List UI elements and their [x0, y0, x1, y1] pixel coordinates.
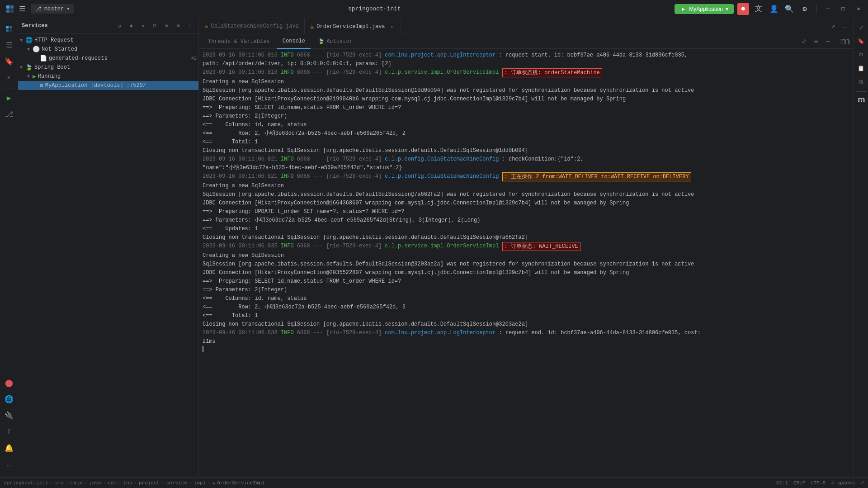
bc-service[interactable]: service: [166, 480, 187, 486]
editor-tabs: ☕ ColaStatemachineConfig.java ☕ OrderSer…: [199, 18, 854, 34]
myapplication-label: MyApplication [devtools] :7529/: [45, 82, 197, 89]
run-button[interactable]: ▶ MyApplication ▾: [675, 4, 734, 14]
settings-icon[interactable]: ⚙: [799, 3, 811, 15]
right-copy-icon[interactable]: 📋: [855, 62, 867, 74]
tree-item-myapplication[interactable]: ⚙ MyApplication [devtools] :7529/: [18, 81, 198, 90]
app-logo: [4, 3, 16, 15]
minimize-button[interactable]: ─: [822, 3, 834, 15]
console-area: Threads & Variables Console 🍃 Actuator ⤢…: [199, 34, 854, 477]
run-tool-button[interactable]: ▶: [2, 91, 16, 105]
right-delete-icon[interactable]: 🗑: [855, 76, 867, 88]
log-line: Creating a new SqlSession: [203, 78, 850, 86]
log-line: SqlSession [org.apache.ibatis.session.de…: [203, 86, 850, 95]
db-tool-button[interactable]: 🌐: [2, 392, 16, 407]
tree-item-http-request[interactable]: ▼ 🌐 HTTP Request: [18, 36, 198, 45]
expand-status-icon[interactable]: ⤢: [860, 480, 864, 486]
terminal-tool-button[interactable]: ⬤: [2, 376, 16, 390]
project-tool-button[interactable]: [2, 22, 16, 36]
notification-tool-button[interactable]: 🔔: [2, 441, 16, 455]
right-toolbar: ⤢ 🔖 ⊟ 📋 🗑 𝕞: [854, 18, 868, 477]
recording-icon[interactable]: ⏺: [737, 3, 749, 15]
bc-main[interactable]: main: [71, 480, 82, 486]
bc-com[interactable]: com: [108, 480, 117, 486]
bc-java[interactable]: java: [89, 480, 101, 486]
bc-filename[interactable]: OrderServiceImpl: [217, 480, 265, 486]
more-tabs-icon[interactable]: …: [840, 21, 850, 31]
log-line: 2023-09-16 00:11:06.816 INFO 6068 --- [n…: [203, 68, 850, 77]
console-log[interactable]: 2023-09-16 00:11:06.816 INFO 6068 --- [n…: [199, 49, 854, 477]
close-tab-button[interactable]: ✕: [389, 24, 395, 30]
expand-tool-button[interactable]: T: [2, 425, 16, 439]
bc-root[interactable]: springboot-init: [4, 480, 48, 486]
cursor-position[interactable]: 32:1: [776, 480, 788, 486]
translate-icon[interactable]: 文: [753, 3, 764, 15]
collapse-services-button[interactable]: ▲: [126, 21, 136, 31]
branch-label: master: [44, 6, 64, 12]
log-line: ==> Parameters: 2(Integer): [203, 112, 850, 120]
notifications-icon[interactable]: 𝕞: [840, 37, 850, 47]
log-line: "name":"小明3e63dc72a-b525-4bec-aebf-e569a…: [203, 164, 850, 172]
arrow-icon: ▼: [20, 65, 25, 70]
not-started-label: Not Started: [42, 46, 197, 52]
branch-selector[interactable]: ⎇ master ▾: [31, 4, 74, 14]
bc-src[interactable]: src: [55, 480, 64, 486]
structure-tool-button[interactable]: ⚡: [2, 71, 16, 85]
tab-console[interactable]: Console: [277, 34, 311, 49]
bookmark-tool-button[interactable]: 🔖: [2, 54, 16, 69]
right-bookmark-icon[interactable]: 🔖: [855, 35, 867, 47]
tree-item-generated-requests[interactable]: 📄 generated-requests #2: [18, 54, 198, 63]
log-line: 2023-09-16 00:11:06.838 INFO 6068 --- [n…: [203, 329, 850, 337]
statusbar: springboot-init › src › main › java › co…: [0, 477, 868, 488]
close-console-icon[interactable]: ─: [823, 37, 833, 47]
bc-impl[interactable]: impl: [194, 480, 206, 486]
tree-item-running[interactable]: ▼ ▶ Running: [18, 72, 198, 81]
line-ending[interactable]: CRLF: [793, 480, 805, 486]
svg-rect-2: [6, 9, 9, 13]
maximize-button[interactable]: □: [837, 3, 849, 15]
close-services-button[interactable]: ✕: [138, 21, 148, 31]
close-button[interactable]: ✕: [853, 3, 864, 15]
tab-cola-statemachine[interactable]: ☕ ColaStatemachineConfig.java: [199, 18, 305, 34]
tree-item-spring-boot[interactable]: ▼ 🍃 Spring Boot: [18, 63, 198, 72]
account-icon[interactable]: 👤: [768, 3, 780, 15]
search-icon[interactable]: 🔍: [783, 3, 795, 15]
bc-project[interactable]: project: [139, 480, 160, 486]
more-tool-button[interactable]: …: [2, 457, 16, 472]
recent-files-icon[interactable]: ↗: [828, 21, 838, 31]
group-services-button[interactable]: ⊕: [161, 21, 171, 31]
log-line: <== Total: 1: [203, 312, 850, 320]
tab-actuator[interactable]: 🍃 Actuator: [312, 34, 358, 49]
encoding[interactable]: UTF-8: [811, 480, 826, 486]
console-cursor-line: [203, 346, 850, 352]
log-line: <== Columns: id, name, status: [203, 121, 850, 129]
expand-console-icon[interactable]: ⤢: [799, 37, 809, 47]
settings-services-button[interactable]: ≡: [173, 21, 183, 31]
log-line: ==> Preparing: SELECT id,name,status FRO…: [203, 277, 850, 285]
svg-rect-4: [6, 26, 9, 28]
log-line: ==> Preparing: SELECT id,name,status FRO…: [203, 104, 850, 112]
add-services-button[interactable]: ＋: [185, 21, 195, 31]
text-cursor: [203, 346, 203, 352]
log-line: <== Row: 2, 小明3e63dc72a-b525-4bec-aebf-e…: [203, 303, 850, 311]
indent[interactable]: 4 spaces: [831, 480, 855, 486]
tab-order-service[interactable]: ☕ OrderServiceImpl.java ✕: [305, 18, 401, 34]
svg-rect-5: [9, 26, 12, 28]
branch-chevron: ▾: [66, 5, 70, 12]
right-m-icon[interactable]: 𝕞: [855, 94, 867, 105]
right-expand-icon[interactable]: ⤢: [855, 22, 867, 33]
tree-item-not-started[interactable]: ▼ ⚪ Not Started: [18, 45, 198, 54]
plugin-tool-button[interactable]: 🔌: [2, 408, 16, 423]
menu-icon[interactable]: ☰: [19, 5, 25, 14]
refresh-services-button[interactable]: ↺: [114, 21, 124, 31]
editor-right-actions: ↗ …: [825, 21, 854, 31]
bc-lnu[interactable]: lnu: [123, 480, 132, 486]
settings-console-icon[interactable]: ≡: [811, 37, 821, 47]
log-line: 21ms: [203, 337, 850, 346]
threads-label: Threads & Variables: [208, 38, 270, 45]
right-format-icon[interactable]: ⊟: [855, 49, 867, 61]
filter-services-button[interactable]: ⊟: [150, 21, 160, 31]
git-tool-button[interactable]: ⎇: [2, 107, 16, 122]
tab-threads-variables[interactable]: Threads & Variables: [203, 34, 275, 49]
hamburger-tool-button[interactable]: ☰: [2, 38, 16, 52]
spring-boot-icon: 🍃: [25, 64, 33, 71]
